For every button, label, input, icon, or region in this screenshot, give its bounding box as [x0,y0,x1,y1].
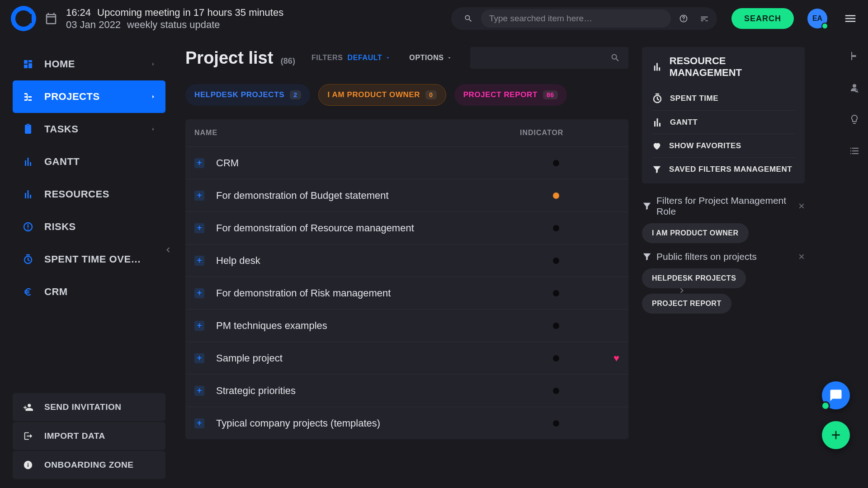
tune-icon[interactable] [696,14,712,23]
table-row[interactable]: +For demonstration of Risk management [185,277,628,309]
expand-icon[interactable]: + [194,158,204,168]
funnel-icon [652,164,662,174]
panel-item-spent-time[interactable]: SPENT TIME [652,87,795,110]
table-row[interactable]: +CRM [185,146,628,179]
chat-fab[interactable] [822,381,850,409]
filter-pill-helpdesk-projects[interactable]: HELPDESK PROJECTS2 [185,84,310,106]
clock-icon [22,254,34,265]
info-icon [22,460,34,470]
export-icon [22,431,34,441]
collapse-right-panel-icon[interactable] [677,286,687,296]
filter-group: Filters for Project Management Role×I AM… [642,195,805,249]
heart-icon [652,141,662,151]
project-name: Strategic priorities [216,385,520,397]
sidebar-item-projects[interactable]: PROJECTS [13,80,165,113]
table-row[interactable]: +Help desk [185,244,628,277]
col-name[interactable]: NAME [194,129,520,137]
expand-icon[interactable]: + [194,418,204,428]
sidebar-action-label: IMPORT DATA [44,431,105,441]
sidebar-item-crm[interactable]: CRM [13,276,165,308]
expand-icon[interactable]: + [194,191,204,201]
clipboard-icon [22,124,34,135]
clock-time: 16:24 [66,6,91,19]
table-row[interactable]: +Typical company projects (templates) [185,407,628,439]
global-search[interactable] [451,7,717,30]
table-row[interactable]: +For demonstration of Resource managemen… [185,211,628,244]
user-search-icon[interactable] [849,82,860,93]
indicator-dot [553,388,559,394]
upcoming-label: Upcoming meeting in 17 hours 35 minutes [97,6,283,19]
panel-item-saved-filters-management[interactable]: SAVED FILTERS MANAGEMENT [652,157,795,181]
bulb-icon[interactable] [849,114,860,125]
close-icon[interactable]: × [798,203,805,209]
sidebar-action-send-invitation[interactable]: SEND INVITATION [13,393,165,421]
filter-group-title: Filters for Project Management Role [656,195,794,217]
sidebar-item-risks[interactable]: RISKS [13,211,165,243]
project-name: Typical company projects (templates) [216,418,520,429]
euro-icon [22,286,34,297]
table-row[interactable]: +Strategic priorities [185,374,628,407]
panel-title-text: RESOURCE MANAGEMENT [670,55,795,79]
project-table: NAME INDICATOR +CRM+For demonstration of… [185,119,628,439]
project-name: PM techniques examples [216,320,520,332]
expand-icon[interactable]: + [194,288,204,298]
search-icon [610,53,620,63]
project-name: For demonstration of Resource management [216,222,520,234]
filter-group: Public filters on projects×HELPDESK PROJ… [642,251,805,319]
search-input[interactable] [481,9,671,28]
sidebar-item-spent-time-ove-[interactable]: SPENT TIME OVE… [13,243,165,276]
filter-chip[interactable]: I AM PRODUCT OWNER [642,223,749,243]
avatar[interactable]: EA [807,9,827,28]
table-row[interactable]: +PM techniques examples [185,309,628,342]
filter-pill-i-am-product-owner[interactable]: I AM PRODUCT OWNER0 [318,84,446,106]
expand-icon[interactable]: + [194,353,204,363]
filters-value: DEFAULT [348,54,382,62]
sidebar-action-label: ONBOARDING ZONE [44,460,134,470]
add-fab[interactable]: + [822,421,850,449]
sidebar-action-import-data[interactable]: IMPORT DATA [13,422,165,450]
filter-chip[interactable]: PROJECT REPORT [642,294,731,314]
menu-icon[interactable] [844,12,857,25]
options-dropdown[interactable]: OPTIONS [409,54,452,62]
filter-chip[interactable]: HELPDESK PROJECTS [642,268,746,288]
close-icon[interactable]: × [798,253,805,260]
app-logo[interactable] [11,6,36,31]
page-title-text: Project list [185,48,273,67]
favorite-icon[interactable]: ♥ [613,352,619,364]
expand-icon[interactable]: + [194,223,204,233]
calendar-icon[interactable] [44,12,58,25]
sidebar-action-label: SEND INVITATION [44,402,121,412]
pill-count: 0 [425,90,436,99]
chevron-right-icon [150,61,156,67]
search-button[interactable]: SEARCH [731,8,794,29]
page-title: Project list (86) [185,48,295,68]
bars-icon [22,189,34,200]
help-icon[interactable] [675,14,692,23]
indicator-dot [553,290,559,296]
table-row[interactable]: +Sample project♥ [185,342,628,374]
checklist-icon[interactable] [849,145,860,156]
sidebar-item-tasks[interactable]: TASKS [13,113,165,145]
collapse-sidebar-icon[interactable] [163,245,173,255]
project-search[interactable] [470,47,628,69]
sidebar-item-resources[interactable]: RESOURCES [13,178,165,211]
panel-item-label: GANTT [670,118,698,127]
sidebar: HOMEPROJECTSTASKSGANTTRESOURCESRISKSSPEN… [0,37,172,488]
sidebar-action-onboarding-zone[interactable]: ONBOARDING ZONE [13,451,165,479]
col-indicator[interactable]: INDICATOR [520,129,592,137]
alert-icon [22,221,34,232]
filters-dropdown[interactable]: DEFAULT [348,54,392,62]
filter-pill-project-report[interactable]: PROJECT REPORT86 [454,84,567,106]
right-rail [841,37,868,488]
panel-item-show-favorites[interactable]: SHOW FAVORITES [652,134,795,157]
panel-item-gantt[interactable]: GANTT [652,110,795,134]
sidebar-item-gantt[interactable]: GANTT [13,145,165,178]
expand-icon[interactable]: + [194,386,204,396]
table-row[interactable]: +For demonstration of Budget statement [185,179,628,211]
flag-icon[interactable] [849,51,860,61]
bars-icon [22,156,34,167]
sidebar-item-home[interactable]: HOME [13,48,165,80]
sidebar-item-label: PROJECTS [44,91,100,103]
expand-icon[interactable]: + [194,256,204,266]
expand-icon[interactable]: + [194,321,204,331]
